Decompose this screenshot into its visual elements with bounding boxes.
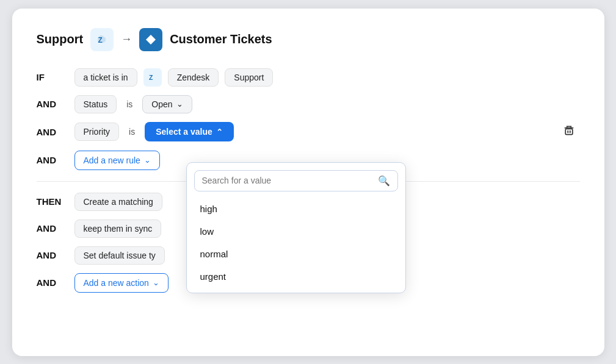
add-action-chevron-icon: ⌄ (153, 278, 159, 287)
add-rule-chevron-icon: ⌄ (144, 155, 151, 165)
then-action-chip: Create a matching (74, 193, 162, 211)
if-chip-2: Support (225, 68, 273, 87)
and-label-priority: AND (37, 127, 68, 137)
zendesk-icon-box: Z (90, 28, 114, 51)
zendesk-icon: Z (95, 33, 109, 46)
if-row: IF a ticket is in Z Zendesk Support (37, 68, 580, 87)
source-label: Support (37, 32, 84, 46)
page-title: Customer Tickets (170, 32, 272, 46)
dropdown-item-high[interactable]: high (187, 198, 405, 220)
delete-rule-button[interactable] (558, 122, 580, 142)
and-row-priority: AND Priority is Select a value ⌃ (37, 122, 580, 142)
search-box: 🔍 (194, 170, 398, 191)
search-input[interactable] (202, 176, 373, 185)
dropdown-item-low[interactable]: low (187, 220, 405, 243)
if-label: IF (37, 72, 68, 82)
and-label-issue-type: AND (37, 250, 68, 260)
status-value-dropdown[interactable]: Open ⌄ (142, 95, 192, 113)
svg-marker-1 (146, 35, 156, 45)
and-label-status: AND (37, 99, 68, 109)
and-row-status: AND Status is Open ⌄ (37, 95, 580, 113)
add-new-rule-button[interactable]: Add a new rule ⌄ (74, 151, 160, 170)
status-chip: Status (74, 95, 117, 113)
arrow-icon: → (121, 33, 132, 46)
svg-rect-3 (564, 127, 573, 129)
main-card: Support Z → Customer Tickets IF a ticket… (12, 9, 604, 356)
if-zendesk-icon: Z (143, 68, 162, 87)
chevron-up-icon: ⌃ (216, 127, 223, 137)
and-label-sync: AND (37, 223, 68, 234)
z-small-icon: Z (147, 72, 158, 83)
if-chip-0: a ticket is in (74, 68, 137, 87)
svg-text:Z: Z (149, 73, 153, 80)
select-value-label: Select a value (156, 127, 212, 137)
select-value-button[interactable]: Select a value ⌃ (145, 122, 234, 141)
priority-chip: Priority (74, 123, 120, 141)
if-chip-1: Zendesk (168, 68, 219, 87)
trash-icon (563, 124, 575, 137)
status-operator: is (123, 96, 136, 113)
diamond-icon (145, 34, 157, 46)
svg-text:Z: Z (98, 35, 103, 44)
search-icon: 🔍 (378, 175, 390, 187)
dropdown-item-urgent[interactable]: urgent (187, 265, 405, 288)
header-row: Support Z → Customer Tickets (37, 28, 580, 51)
issue-type-chip: Set default issue ty (74, 246, 165, 265)
diamond-icon-box (139, 28, 162, 51)
then-label: THEN (37, 196, 68, 207)
and-label-add-rule: AND (37, 155, 68, 165)
priority-operator: is (125, 123, 139, 140)
add-new-action-label: Add a new action (84, 278, 149, 288)
add-new-rule-label: Add a new rule (84, 155, 140, 165)
value-dropdown-panel: 🔍 high low normal urgent (186, 162, 406, 293)
chevron-down-icon: ⌄ (176, 99, 183, 109)
and-label-add-action: AND (37, 277, 68, 288)
dropdown-item-normal[interactable]: normal (187, 243, 405, 265)
sync-action-chip: keep them in sync (74, 219, 162, 238)
status-value-label: Open (151, 99, 172, 109)
add-new-action-button[interactable]: Add a new action ⌄ (74, 273, 168, 293)
